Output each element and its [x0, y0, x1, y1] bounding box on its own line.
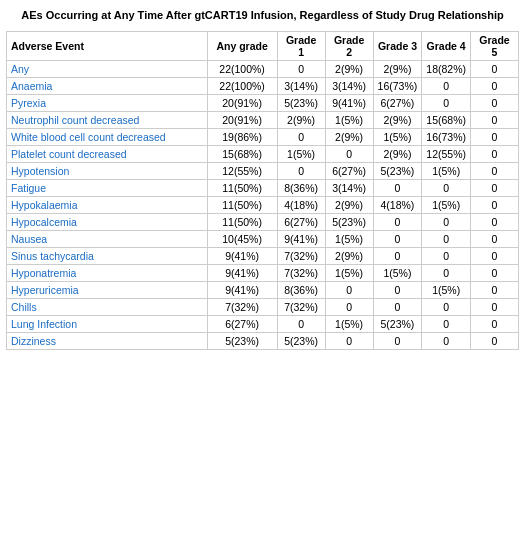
ae-value-cell: 0 [422, 333, 471, 350]
ae-value-cell: 8(36%) [277, 282, 325, 299]
table-row: Hyponatremia9(41%)7(32%)1(5%)1(5%)00 [7, 265, 519, 282]
table-row: Fatigue11(50%)8(36%)3(14%)000 [7, 180, 519, 197]
ae-value-cell: 9(41%) [325, 95, 373, 112]
ae-value-cell: 0 [422, 214, 471, 231]
table-row: Nausea10(45%)9(41%)1(5%)000 [7, 231, 519, 248]
ae-value-cell: 1(5%) [373, 265, 422, 282]
ae-value-cell: 1(5%) [325, 231, 373, 248]
ae-value-cell: 0 [325, 146, 373, 163]
ae-value-cell: 0 [422, 180, 471, 197]
ae-value-cell: 0 [471, 180, 519, 197]
ae-value-cell: 0 [471, 95, 519, 112]
ae-value-cell: 0 [471, 214, 519, 231]
ae-name-cell: Hypocalcemia [7, 214, 208, 231]
col-header-grade5: Grade 5 [471, 32, 519, 61]
col-header-grade4: Grade 4 [422, 32, 471, 61]
table-row: Hypotension12(55%)06(27%)5(23%)1(5%)0 [7, 163, 519, 180]
ae-value-cell: 2(9%) [277, 112, 325, 129]
ae-value-cell: 6(27%) [207, 316, 277, 333]
ae-value-cell: 12(55%) [207, 163, 277, 180]
ae-name-cell: Nausea [7, 231, 208, 248]
ae-name-cell: Neutrophil count decreased [7, 112, 208, 129]
ae-value-cell: 4(18%) [277, 197, 325, 214]
ae-value-cell: 1(5%) [325, 316, 373, 333]
ae-value-cell: 20(91%) [207, 112, 277, 129]
ae-name-cell: Lung Infection [7, 316, 208, 333]
ae-value-cell: 9(41%) [207, 265, 277, 282]
ae-value-cell: 0 [325, 299, 373, 316]
ae-value-cell: 0 [277, 163, 325, 180]
ae-name-cell: Sinus tachycardia [7, 248, 208, 265]
ae-value-cell: 2(9%) [325, 248, 373, 265]
col-header-ae: Adverse Event [7, 32, 208, 61]
ae-value-cell: 2(9%) [373, 146, 422, 163]
ae-value-cell: 22(100%) [207, 78, 277, 95]
ae-value-cell: 2(9%) [373, 112, 422, 129]
ae-name-cell: Platelet count decreased [7, 146, 208, 163]
ae-value-cell: 0 [422, 316, 471, 333]
ae-value-cell: 0 [373, 248, 422, 265]
ae-value-cell: 5(23%) [373, 316, 422, 333]
ae-value-cell: 7(32%) [277, 248, 325, 265]
ae-value-cell: 16(73%) [373, 78, 422, 95]
ae-value-cell: 0 [471, 61, 519, 78]
ae-value-cell: 6(27%) [373, 95, 422, 112]
ae-value-cell: 0 [373, 180, 422, 197]
ae-name-cell: Chills [7, 299, 208, 316]
ae-value-cell: 5(23%) [277, 333, 325, 350]
ae-name-cell: Any [7, 61, 208, 78]
ae-value-cell: 12(55%) [422, 146, 471, 163]
ae-value-cell: 4(18%) [373, 197, 422, 214]
ae-value-cell: 9(41%) [207, 282, 277, 299]
ae-value-cell: 0 [277, 129, 325, 146]
ae-value-cell: 19(86%) [207, 129, 277, 146]
column-header-row: Adverse Event Any grade Grade 1 Grade 2 … [7, 32, 519, 61]
ae-value-cell: 0 [471, 231, 519, 248]
ae-value-cell: 15(68%) [422, 112, 471, 129]
ae-name-cell: Hypotension [7, 163, 208, 180]
ae-value-cell: 8(36%) [277, 180, 325, 197]
ae-value-cell: 22(100%) [207, 61, 277, 78]
ae-value-cell: 2(9%) [325, 197, 373, 214]
ae-value-cell: 3(14%) [325, 78, 373, 95]
ae-table: Adverse Event Any grade Grade 1 Grade 2 … [6, 31, 519, 350]
ae-value-cell: 7(32%) [277, 299, 325, 316]
ae-value-cell: 7(32%) [277, 265, 325, 282]
ae-value-cell: 0 [422, 231, 471, 248]
ae-value-cell: 2(9%) [325, 61, 373, 78]
ae-value-cell: 1(5%) [422, 197, 471, 214]
ae-value-cell: 0 [471, 316, 519, 333]
ae-value-cell: 1(5%) [325, 265, 373, 282]
ae-value-cell: 0 [422, 78, 471, 95]
ae-value-cell: 6(27%) [325, 163, 373, 180]
ae-value-cell: 3(14%) [277, 78, 325, 95]
table-row: Hypokalaemia11(50%)4(18%)2(9%)4(18%)1(5%… [7, 197, 519, 214]
ae-value-cell: 7(32%) [207, 299, 277, 316]
ae-name-cell: Fatigue [7, 180, 208, 197]
ae-value-cell: 15(68%) [207, 146, 277, 163]
ae-value-cell: 0 [422, 299, 471, 316]
ae-name-cell: Pyrexia [7, 95, 208, 112]
ae-value-cell: 0 [325, 282, 373, 299]
ae-value-cell: 0 [422, 248, 471, 265]
ae-value-cell: 3(14%) [325, 180, 373, 197]
table-row: Neutrophil count decreased20(91%)2(9%)1(… [7, 112, 519, 129]
ae-name-cell: White blood cell count decreased [7, 129, 208, 146]
ae-name-cell: Anaemia [7, 78, 208, 95]
table-row: Lung Infection6(27%)01(5%)5(23%)00 [7, 316, 519, 333]
ae-value-cell: 1(5%) [325, 112, 373, 129]
col-header-grade1: Grade 1 [277, 32, 325, 61]
ae-name-cell: Hypokalaemia [7, 197, 208, 214]
table-row: White blood cell count decreased19(86%)0… [7, 129, 519, 146]
ae-value-cell: 0 [373, 214, 422, 231]
ae-value-cell: 0 [373, 299, 422, 316]
ae-value-cell: 20(91%) [207, 95, 277, 112]
ae-value-cell: 5(23%) [325, 214, 373, 231]
ae-value-cell: 0 [373, 231, 422, 248]
col-header-grade2: Grade 2 [325, 32, 373, 61]
ae-value-cell: 0 [471, 248, 519, 265]
table-row: Anaemia22(100%)3(14%)3(14%)16(73%)00 [7, 78, 519, 95]
ae-value-cell: 0 [422, 95, 471, 112]
ae-value-cell: 1(5%) [373, 129, 422, 146]
ae-value-cell: 0 [471, 129, 519, 146]
